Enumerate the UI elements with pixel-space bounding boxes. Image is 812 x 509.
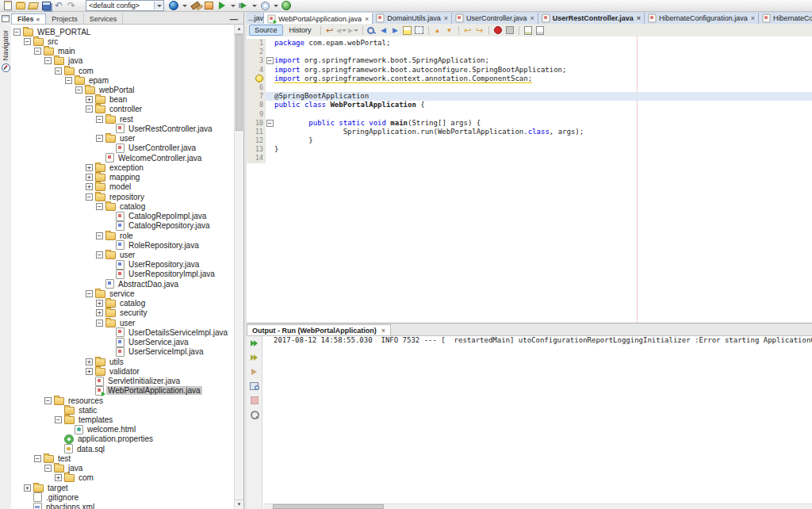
stop-macro-icon[interactable] [504,25,515,36]
expand-handle-icon[interactable]: − [75,86,82,94]
tree-item[interactable]: +utils [11,357,235,366]
expand-handle-icon[interactable]: − [96,251,103,258]
expand-handle-icon[interactable]: + [86,183,93,190]
shift-left-icon[interactable] [462,25,473,36]
expand-handle-icon[interactable]: − [96,232,103,239]
new-file-icon[interactable] [2,1,13,11]
panel-tab-projects[interactable]: Projects [46,13,84,24]
run-button[interactable] [216,1,228,11]
new-project-icon[interactable] [15,1,26,11]
tree-item[interactable]: −catalog [11,201,235,211]
stop-run-button[interactable] [249,367,260,377]
close-icon[interactable]: × [637,14,641,22]
expand-handle-icon[interactable]: − [96,116,103,123]
back-icon[interactable] [336,25,347,36]
debug-button[interactable] [238,1,249,11]
expand-handle-icon[interactable]: + [86,368,93,375]
expand-handle-icon[interactable]: + [96,300,103,307]
expand-handle-icon[interactable]: + [55,474,62,481]
tree-item[interactable]: +target [11,483,235,492]
tree-item[interactable]: −role [11,231,235,240]
editor-tab-...java[interactable]: ...java [247,13,264,24]
tree-item[interactable]: +model [11,182,235,192]
settings-button[interactable] [249,410,260,419]
find-output-button[interactable] [249,381,260,391]
prev-bookmark-icon[interactable] [432,25,443,36]
expand-handle-icon[interactable]: − [44,57,52,64]
tree-item[interactable]: −rest [11,114,235,124]
forward-icon[interactable] [348,25,359,36]
editor-tab-UserRestController.java[interactable]: UserRestController.java× [538,13,645,24]
next-bookmark-icon[interactable] [444,25,455,36]
tree-item[interactable]: −WEB_PORTAL [11,27,235,36]
scroll-up-icon[interactable]: ▲ [235,25,243,34]
expand-handle-icon[interactable]: − [24,38,31,45]
editor-tab-UserController.java[interactable]: UserController.java× [452,13,538,24]
tree-item[interactable]: −user [11,134,235,144]
close-icon[interactable]: × [365,15,369,23]
save-all-icon[interactable] [40,1,52,11]
output-h-scrollbar[interactable] [263,503,812,509]
open-project-icon[interactable] [28,1,39,11]
expand-handle-icon[interactable]: + [24,484,31,492]
tree-item[interactable]: nbactions.xml [11,502,235,509]
tree-item[interactable]: +bean [11,95,235,105]
tree-item[interactable]: −main [11,46,235,55]
tree-item[interactable]: +catalog [11,299,235,308]
editor-tab-DomainUtils.java[interactable]: DomainUtils.java× [373,13,452,24]
panel-tab-files[interactable]: Files× [11,13,46,24]
tree-scrollbar[interactable]: ▲ ▼ [234,25,243,509]
tree-item[interactable]: −java [11,464,235,473]
prev-occurrence-icon[interactable] [378,25,389,36]
tree-item[interactable]: WebPortalApplication.java [11,386,235,396]
tree-item[interactable]: ServletInitializer.java [11,376,235,385]
rect-select-icon[interactable] [414,25,425,36]
tree-item[interactable]: −service [11,289,235,298]
output-console[interactable]: 2017-08-12 14:58:55.030 INFO 7532 --- [ … [263,336,812,504]
source-view-button[interactable]: Source [249,25,283,36]
expand-handle-icon[interactable]: − [86,105,93,113]
dock-window-icon[interactable] [2,15,10,22]
tree-item[interactable]: application.properties [11,434,235,444]
tree-item[interactable]: −com [11,66,235,75]
tree-item[interactable]: −templates [11,415,235,424]
panel-tab-services[interactable]: Services [84,13,124,24]
tree-item[interactable]: +exception [11,163,235,172]
expand-handle-icon[interactable]: − [96,320,103,327]
minimize-panel-button[interactable]: — [224,15,243,24]
chevron-down-icon[interactable] [274,5,278,7]
tree-item[interactable]: −test [11,454,235,463]
tree-item[interactable]: +security [11,308,235,318]
fold-collapse-icon[interactable]: − [266,120,274,127]
file-tree[interactable]: −WEB_PORTAL−src−main−java−com−epam−webPo… [11,25,235,509]
editor-tab-HibernateConfiguration.java[interactable]: HibernateConfiguration.java× [759,13,812,24]
expand-handle-icon[interactable]: + [86,174,93,181]
chevron-down-icon[interactable] [231,5,236,7]
tree-item[interactable]: −repository [11,192,235,201]
highlight-icon[interactable] [402,25,413,36]
scrollbar-thumb[interactable] [273,504,384,509]
rerun-button[interactable] [249,339,260,348]
uncomment-icon[interactable] [534,25,546,36]
tree-item[interactable]: −src [11,36,235,46]
expand-handle-icon[interactable]: − [86,193,93,201]
expand-handle-icon[interactable]: − [13,29,21,36]
close-icon[interactable]: × [381,327,385,335]
tree-item[interactable]: +mapping [11,173,235,182]
editor-tab-WebPortalApplication.java[interactable]: WebPortalApplication.java× [264,13,373,24]
record-macro-icon[interactable] [492,25,504,36]
clear-output-button[interactable] [249,396,260,405]
find-icon[interactable] [366,25,377,36]
shift-right-icon[interactable] [474,25,485,36]
tree-item[interactable]: +com [11,473,235,483]
tree-item[interactable]: UserDetailsServiceImpl.java [11,327,235,337]
history-view-button[interactable]: History [284,25,317,36]
tree-item[interactable]: CatalogRepoImpl.java [11,211,235,220]
comment-icon[interactable] [523,25,534,36]
chevron-down-icon[interactable] [154,2,163,10]
tree-item[interactable]: −user [11,318,235,327]
tree-item[interactable]: RoleRepository.java [11,240,235,250]
tree-item[interactable]: −user [11,250,235,259]
expand-handle-icon[interactable]: − [44,465,52,472]
expand-handle-icon[interactable]: − [34,48,41,55]
